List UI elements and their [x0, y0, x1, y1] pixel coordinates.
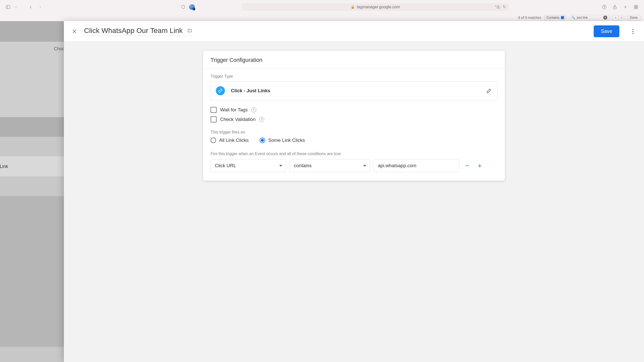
edit-trigger-type-icon[interactable]	[486, 88, 492, 94]
radio-icon	[211, 138, 216, 143]
nav-back-icon[interactable]	[27, 4, 34, 11]
privacy-shield-icon[interactable]	[180, 4, 187, 11]
panel-header: Click WhatsApp Our Team Link Save	[64, 21, 644, 42]
find-bar: 9 of 9 matches Contains 🔍 just link ✕ ‹ …	[0, 14, 644, 21]
sidebar-toggle-icon[interactable]	[5, 4, 12, 11]
trigger-name-input[interactable]: Click WhatsApp Our Team Link	[84, 27, 183, 35]
new-tab-icon[interactable]	[622, 4, 629, 11]
find-mode-indicator-icon	[561, 16, 564, 19]
trigger-type-name: Click - Just Links	[231, 88, 270, 94]
find-done-button[interactable]: Done	[627, 15, 640, 20]
radio-some-label: Some Link Clicks	[268, 138, 305, 143]
svg-rect-8	[634, 7, 636, 9]
find-mode-label: Contains	[547, 16, 559, 19]
folder-icon[interactable]	[187, 28, 192, 33]
condition-value-input[interactable]	[374, 159, 459, 172]
nav-forward-icon	[37, 4, 44, 11]
url-host: tagmanager.google.com	[357, 5, 400, 9]
radio-all-label: All Link Clicks	[219, 138, 249, 143]
trigger-config-card: Trigger Configuration Trigger Type Click…	[203, 51, 505, 181]
downloads-icon[interactable]	[601, 4, 608, 11]
app-stage: Choo pp Our Team Link Click WhatsApp Our…	[0, 21, 644, 362]
card-heading: Trigger Configuration	[203, 51, 505, 69]
condition-row: Click URL contains − +	[211, 159, 497, 172]
conditions-label: Fire this trigger when an Event occurs a…	[211, 152, 497, 156]
svg-rect-0	[6, 5, 10, 9]
background-page: Choo pp Our Team Link	[0, 21, 64, 362]
browser-toolbar: 🔒 tagmanager.google.com ᴬあ ↻	[0, 0, 644, 14]
share-icon[interactable]	[611, 4, 618, 11]
find-clear-icon[interactable]: ✕	[603, 16, 607, 20]
more-menu-button[interactable]	[629, 28, 637, 34]
condition-operator-select[interactable]: contains	[290, 159, 370, 172]
trigger-editor-panel: Click WhatsApp Our Team Link Save Trigge…	[64, 21, 644, 362]
bg-selected-row: pp Our Team Link	[0, 164, 8, 169]
condition-variable-value: Click URL	[215, 163, 236, 168]
trigger-type-label: Trigger Type	[211, 74, 497, 79]
radio-all-link-clicks[interactable]: All Link Clicks	[211, 138, 249, 143]
trigger-type-box[interactable]: Click - Just Links	[211, 81, 497, 100]
find-query-text: just link	[577, 16, 588, 19]
add-condition-button[interactable]: +	[475, 161, 484, 170]
condition-operator-value: contains	[294, 163, 312, 168]
find-search-input[interactable]: 🔍 just link ✕	[569, 15, 610, 20]
svg-point-12	[632, 29, 633, 30]
find-matches-count: 9 of 9 matches	[518, 16, 541, 20]
save-button[interactable]: Save	[594, 25, 619, 37]
svg-point-13	[632, 31, 633, 32]
wait-for-tags-label: Wait for Tags	[220, 107, 248, 113]
close-panel-button[interactable]	[71, 28, 78, 35]
radio-icon	[260, 138, 265, 143]
checkbox-icon	[211, 107, 217, 113]
dropdown-arrow-icon	[363, 165, 366, 167]
svg-rect-9	[636, 7, 638, 9]
fires-on-label: This trigger fires on	[211, 130, 497, 134]
find-mode-select[interactable]: Contains	[544, 15, 566, 20]
wait-for-tags-checkbox[interactable]: Wait for Tags ?	[211, 107, 497, 113]
extension-icon[interactable]	[189, 4, 195, 10]
search-icon: 🔍	[572, 16, 575, 19]
checkbox-icon	[211, 116, 217, 122]
check-validation-label: Check Validation	[220, 117, 256, 122]
bg-hint-fragment: Choo	[54, 46, 65, 52]
address-bar[interactable]: 🔒 tagmanager.google.com ᴬあ ↻	[242, 3, 509, 11]
radio-some-link-clicks[interactable]: Some Link Clicks	[260, 138, 305, 143]
help-icon[interactable]: ?	[259, 117, 264, 122]
svg-rect-6	[634, 5, 636, 7]
reload-icon[interactable]: ↻	[503, 5, 506, 9]
find-nav: ‹ ›	[613, 15, 624, 20]
dropdown-arrow-icon	[279, 165, 282, 167]
sidebar-chevron-icon[interactable]	[14, 4, 18, 11]
help-icon[interactable]: ?	[251, 107, 256, 112]
lock-icon: 🔒	[351, 5, 355, 9]
find-prev-button[interactable]: ‹	[613, 15, 618, 20]
condition-variable-select[interactable]: Click URL	[211, 159, 286, 172]
link-icon	[216, 86, 225, 95]
translate-icon[interactable]: ᴬあ	[495, 5, 500, 9]
check-validation-checkbox[interactable]: Check Validation ?	[211, 116, 497, 122]
find-next-button[interactable]: ›	[618, 15, 624, 20]
tab-overview-icon[interactable]	[632, 4, 639, 11]
remove-condition-button[interactable]: −	[463, 161, 472, 170]
svg-point-14	[632, 33, 633, 34]
svg-rect-7	[636, 5, 638, 7]
